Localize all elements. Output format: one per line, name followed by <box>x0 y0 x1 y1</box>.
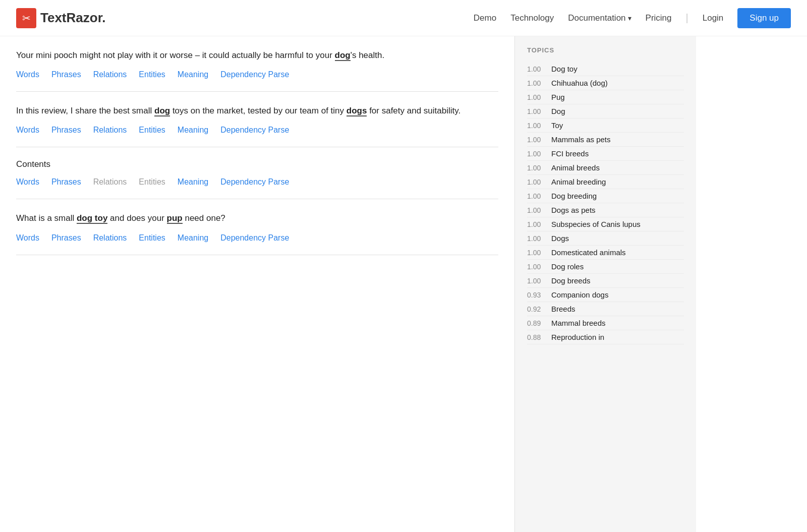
topic-name: Dog toy <box>551 65 578 73</box>
topic-score: 0.93 <box>527 291 551 299</box>
topic-row: 1.00Dogs as pets <box>527 203 684 217</box>
topic-name: Pug <box>551 93 565 101</box>
topic-name: Dog breeding <box>551 192 597 200</box>
topic-name: Dogs <box>551 234 569 243</box>
login-link[interactable]: Login <box>703 13 724 23</box>
tab-meaning-4[interactable]: Meaning <box>178 233 208 243</box>
topic-row: 1.00Animal breeding <box>527 175 684 189</box>
demo-link[interactable]: Demo <box>474 13 496 23</box>
topic-row: 1.00Chihuahua (dog) <box>527 76 684 90</box>
topic-score: 0.89 <box>527 319 551 327</box>
paragraph-block-4: What is a small dog toy and does your pu… <box>16 199 498 255</box>
logo-text-plain: Text <box>40 10 67 25</box>
para-4-after: need one? <box>183 213 225 223</box>
topic-row: 1.00Domesticated animals <box>527 246 684 260</box>
signup-button[interactable]: Sign up <box>737 8 791 28</box>
tab-relations-3[interactable]: Relations <box>93 178 127 187</box>
topic-score: 1.00 <box>527 263 551 271</box>
nav-links: Demo Technology Documentation Pricing | … <box>474 8 791 28</box>
tab-meaning-3[interactable]: Meaning <box>178 178 208 187</box>
tab-dependency-2[interactable]: Dependency Parse <box>220 126 289 135</box>
topic-name: Toy <box>551 121 563 130</box>
para-2-highlight2: dogs <box>347 106 367 116</box>
topic-name: Chihuahua (dog) <box>551 79 608 87</box>
topic-row: 1.00FCI breeds <box>527 147 684 161</box>
para-2-tabs: Words Phrases Relations Entities Meaning… <box>16 126 498 135</box>
tab-phrases-3[interactable]: Phrases <box>51 178 81 187</box>
topic-score: 1.00 <box>527 93 551 101</box>
topic-row: 1.00Toy <box>527 119 684 133</box>
topic-name: Dog <box>551 107 565 115</box>
para-3-heading: Contents <box>16 159 498 169</box>
para-1-highlight: dog <box>335 50 351 61</box>
topics-sidebar: TOPICS 1.00Dog toy1.00Chihuahua (dog)1.0… <box>514 36 696 532</box>
topic-row: 1.00Dogs <box>527 231 684 246</box>
tab-phrases-1[interactable]: Phrases <box>51 70 81 79</box>
tab-entities-1[interactable]: Entities <box>139 70 165 79</box>
topic-score: 1.00 <box>527 192 551 200</box>
para-4-highlight2: pup <box>167 213 183 224</box>
topic-row: 0.88Reproduction in <box>527 330 684 344</box>
tab-words-3[interactable]: Words <box>16 178 39 187</box>
topic-row: 1.00Dog breeds <box>527 274 684 288</box>
tab-phrases-4[interactable]: Phrases <box>51 233 81 243</box>
tab-relations-1[interactable]: Relations <box>93 70 127 79</box>
technology-link[interactable]: Technology <box>510 13 554 23</box>
topic-row: 0.93Companion dogs <box>527 288 684 302</box>
para-text-1: Your mini pooch might not play with it o… <box>16 48 498 62</box>
tab-dependency-3[interactable]: Dependency Parse <box>220 178 289 187</box>
documentation-link[interactable]: Documentation <box>568 13 631 23</box>
pricing-link[interactable]: Pricing <box>646 13 672 23</box>
topic-name: Mammal breeds <box>551 319 606 327</box>
logo-text: TextRazor. <box>40 10 106 26</box>
topic-score: 1.00 <box>527 122 551 130</box>
tab-meaning-2[interactable]: Meaning <box>178 126 208 135</box>
topic-score: 1.00 <box>527 277 551 285</box>
topic-score: 1.00 <box>527 65 551 73</box>
topic-name: Animal breeds <box>551 163 600 172</box>
tab-meaning-1[interactable]: Meaning <box>178 70 208 79</box>
para-text-2: In this review, I share the best small d… <box>16 104 498 117</box>
tab-entities-3[interactable]: Entities <box>139 178 165 187</box>
tab-words-2[interactable]: Words <box>16 126 39 135</box>
para-1-before: Your mini pooch might not play with it o… <box>16 50 335 60</box>
tab-relations-2[interactable]: Relations <box>93 126 127 135</box>
tab-relations-4[interactable]: Relations <box>93 233 127 243</box>
para-1-tabs: Words Phrases Relations Entities Meaning… <box>16 70 498 79</box>
topic-row: 1.00Subspecies of Canis lupus <box>527 217 684 231</box>
tab-dependency-1[interactable]: Dependency Parse <box>220 70 289 79</box>
topic-score: 1.00 <box>527 107 551 115</box>
topic-name: Animal breeding <box>551 178 606 186</box>
para-4-before: What is a small <box>16 213 77 223</box>
topic-name: Subspecies of Canis lupus <box>551 220 641 228</box>
tab-words-1[interactable]: Words <box>16 70 39 79</box>
topic-score: 1.00 <box>527 220 551 228</box>
paragraph-block-1: Your mini pooch might not play with it o… <box>16 36 498 92</box>
tab-dependency-4[interactable]: Dependency Parse <box>220 233 289 243</box>
paragraph-block-3: Contents Words Phrases Relations Entitie… <box>16 147 498 199</box>
tab-entities-4[interactable]: Entities <box>139 233 165 243</box>
logo[interactable]: TextRazor. <box>16 8 106 28</box>
topic-row: 0.89Mammal breeds <box>527 316 684 330</box>
para-2-middle: toys on the market, tested by our team o… <box>170 106 347 115</box>
topic-score: 1.00 <box>527 178 551 186</box>
topic-score: 1.00 <box>527 206 551 214</box>
tab-phrases-2[interactable]: Phrases <box>51 126 81 135</box>
nav-separator: | <box>686 12 688 24</box>
topic-name: FCI breeds <box>551 149 589 158</box>
tab-entities-2[interactable]: Entities <box>139 126 165 135</box>
logo-icon <box>16 8 36 28</box>
topic-score: 0.88 <box>527 333 551 341</box>
topic-row: 1.00Dog <box>527 104 684 119</box>
tab-words-4[interactable]: Words <box>16 233 39 243</box>
paragraph-block-2: In this review, I share the best small d… <box>16 92 498 147</box>
topic-score: 1.00 <box>527 164 551 172</box>
topic-score: 0.92 <box>527 305 551 313</box>
logo-text-bold: Razor. <box>67 10 106 25</box>
topic-name: Domesticated animals <box>551 248 626 257</box>
topic-score: 1.00 <box>527 136 551 144</box>
topic-name: Reproduction in <box>551 333 604 341</box>
topic-name: Mammals as pets <box>551 135 611 144</box>
topic-name: Breeds <box>551 305 575 313</box>
topic-score: 1.00 <box>527 150 551 158</box>
